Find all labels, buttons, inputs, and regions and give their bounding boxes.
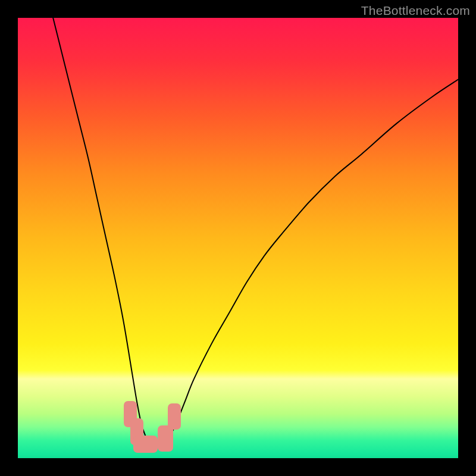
plot-area	[18, 18, 458, 458]
watermark-text: TheBottleneck.com	[361, 4, 470, 18]
chart-frame: TheBottleneck.com	[0, 0, 476, 476]
curve-marker	[133, 436, 158, 453]
curve-marker	[168, 403, 181, 430]
background-gradient	[18, 18, 458, 458]
